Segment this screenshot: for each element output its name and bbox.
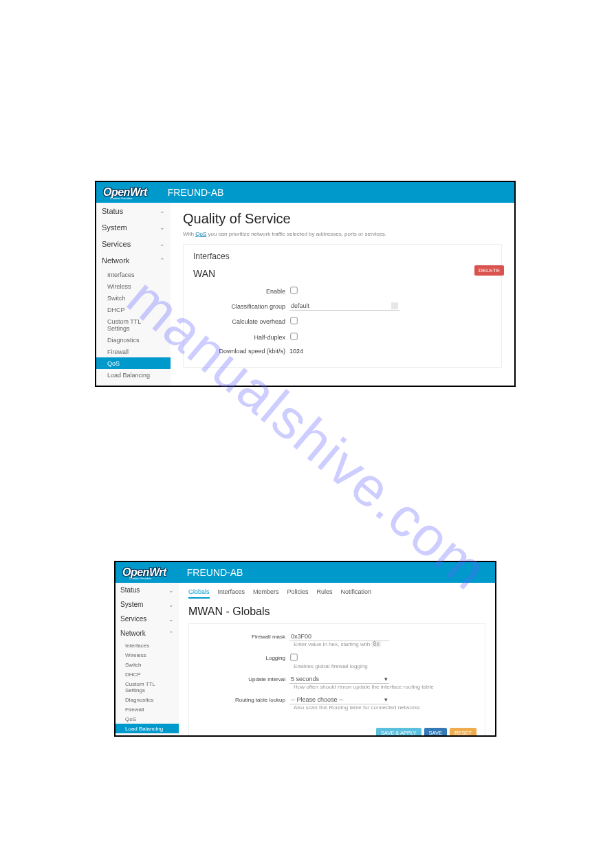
- routing-lookup-select[interactable]: -- Please choose --▾: [289, 695, 389, 704]
- dl-speed-label: Download speed (kbit/s): [193, 348, 289, 355]
- update-interval-help: How often should rtmon update the interf…: [294, 684, 474, 690]
- chevron-down-icon: ⌄: [160, 241, 165, 247]
- subnav-firewall[interactable]: Firewall: [96, 346, 171, 357]
- topbar: OpenWrt Wireless Freedom FREUND-AB: [96, 182, 514, 203]
- tab-members[interactable]: Members: [253, 588, 279, 599]
- panel-title: Interfaces: [193, 252, 492, 261]
- subnav-custom-ttl[interactable]: Custom TTL Settings: [96, 315, 171, 334]
- tab-interfaces[interactable]: Interfaces: [218, 588, 245, 599]
- half-duplex-checkbox[interactable]: [290, 333, 297, 340]
- subnav-load-balancing[interactable]: Load Balancing: [96, 369, 171, 381]
- chevron-down-icon: ⌄: [168, 601, 174, 608]
- nav-network[interactable]: Network⌃: [116, 626, 179, 641]
- hostname: FREUND-AB: [187, 567, 243, 578]
- screenshot-mwan: OpenWrt Wireless Freedom FREUND-AB Statu…: [114, 561, 496, 737]
- logout-button[interactable]: Logout: [96, 381, 171, 387]
- firewall-mask-input[interactable]: 0x3F00: [289, 632, 389, 641]
- nav-system[interactable]: System⌄: [116, 597, 179, 612]
- nav-services[interactable]: Services⌄: [116, 612, 179, 626]
- update-interval-label: Update interval: [200, 676, 289, 682]
- logging-label: Logging: [200, 655, 289, 661]
- subnav-qos[interactable]: QoS: [116, 714, 179, 724]
- subnav-diagnostics[interactable]: Diagnostics: [96, 334, 171, 346]
- tab-globals[interactable]: Globals: [188, 588, 210, 599]
- firewall-mask-help: Enter value in hex, starting with 0x: [294, 641, 474, 647]
- update-interval-select[interactable]: 5 seconds▾: [289, 675, 389, 684]
- half-duplex-row: Half-duplex: [193, 332, 492, 342]
- tab-policies[interactable]: Policies: [287, 588, 309, 599]
- page-title: Quality of Service: [183, 211, 502, 227]
- nav-status[interactable]: Status⌄: [116, 583, 179, 597]
- subnav-dhcp[interactable]: DHCP: [116, 669, 179, 679]
- routing-lookup-label: Routing table lookup: [200, 697, 289, 703]
- enable-checkbox[interactable]: [290, 287, 297, 293]
- brand-logo: OpenWrt Wireless Freedom: [122, 566, 166, 579]
- routing-lookup-help: Also scan this Routing table for connect…: [294, 704, 474, 711]
- nav-services[interactable]: Services⌄: [96, 236, 171, 252]
- tabs: Globals Interfaces Members Policies Rule…: [188, 588, 485, 599]
- reset-button[interactable]: RESET: [450, 728, 476, 735]
- logout-button[interactable]: Logout: [116, 733, 179, 737]
- enable-label: Enable: [193, 288, 289, 295]
- tab-rules[interactable]: Rules: [317, 588, 333, 599]
- routing-lookup-row: Routing table lookup -- Please choose --…: [200, 695, 474, 704]
- delete-button[interactable]: DELETE: [474, 265, 504, 276]
- subnav-qos[interactable]: QoS: [96, 357, 171, 369]
- screenshot-qos: OpenWrt Wireless Freedom FREUND-AB Statu…: [95, 181, 516, 387]
- dl-speed-value: 1024: [289, 348, 492, 355]
- class-group-select[interactable]: default: [289, 302, 399, 311]
- sidebar: Status⌄ System⌄ Services⌄ Network⌃ Inter…: [96, 203, 171, 386]
- firewall-mask-label: Firewall mask: [200, 634, 289, 640]
- wan-section-title: WAN: [193, 268, 492, 279]
- page-description: With QoS you can prioritize network traf…: [183, 231, 502, 237]
- hostname: FREUND-AB: [168, 187, 224, 198]
- chevron-up-icon: ⌃: [168, 630, 174, 637]
- dropdown-icon: ▾: [384, 676, 388, 682]
- subnav-firewall[interactable]: Firewall: [116, 704, 179, 714]
- subnav-load-balancing[interactable]: Load Balancing: [116, 724, 179, 733]
- subnav-switch[interactable]: Switch: [96, 292, 171, 304]
- chevron-down-icon: ⌄: [168, 587, 174, 594]
- brand-logo: OpenWrt Wireless Freedom: [103, 186, 147, 199]
- calc-overhead-checkbox[interactable]: [290, 317, 297, 324]
- subnav-wireless[interactable]: Wireless: [96, 280, 171, 292]
- main-content: Globals Interfaces Members Policies Rule…: [179, 583, 495, 735]
- logging-help: Enables global firewall logging: [294, 663, 474, 669]
- nav-network[interactable]: Network⌃: [96, 252, 171, 269]
- half-duplex-label: Half-duplex: [193, 334, 289, 341]
- logging-checkbox[interactable]: [290, 654, 297, 660]
- subnav-wireless[interactable]: Wireless: [116, 650, 179, 660]
- calc-overhead-row: Calculate overhead: [193, 316, 492, 326]
- nav-system[interactable]: System⌄: [96, 219, 171, 236]
- chevron-down-icon: ⌄: [160, 224, 165, 231]
- chevron-down-icon: ⌄: [160, 208, 165, 214]
- subnav-switch[interactable]: Switch: [116, 660, 179, 669]
- logging-row: Logging: [200, 653, 474, 663]
- dropdown-icon: [391, 302, 398, 309]
- dropdown-icon: ▾: [384, 696, 388, 703]
- subnav-diagnostics[interactable]: Diagnostics: [116, 695, 179, 704]
- firewall-mask-row: Firewall mask 0x3F00: [200, 632, 474, 641]
- subnav-dhcp[interactable]: DHCP: [96, 304, 171, 315]
- chevron-up-icon: ⌃: [160, 257, 165, 264]
- subnav-custom-ttl[interactable]: Custom TTL Settings: [116, 679, 179, 695]
- qos-link[interactable]: QoS: [195, 231, 206, 237]
- page-title: MWAN - Globals: [188, 605, 485, 618]
- update-interval-row: Update interval 5 seconds▾: [200, 675, 474, 684]
- subnav-interfaces[interactable]: Interfaces: [116, 641, 179, 650]
- class-group-label: Classification group: [193, 303, 289, 310]
- subnav-interfaces[interactable]: Interfaces: [96, 269, 171, 280]
- sidebar: Status⌄ System⌄ Services⌄ Network⌃ Inter…: [116, 583, 179, 735]
- save-apply-button[interactable]: SAVE & APPLY: [376, 728, 421, 735]
- save-button[interactable]: SAVE: [424, 728, 447, 735]
- dl-speed-row: Download speed (kbit/s) 1024: [193, 348, 492, 355]
- nav-status[interactable]: Status⌄: [96, 203, 171, 219]
- action-buttons: SAVE & APPLY SAVE RESET: [376, 728, 476, 735]
- topbar: OpenWrt Wireless Freedom FREUND-AB: [116, 562, 495, 583]
- globals-panel: Firewall mask 0x3F00 Enter value in hex,…: [188, 623, 485, 735]
- enable-row: Enable: [193, 286, 492, 296]
- interfaces-panel: Interfaces DELETE WAN Enable Classificat…: [183, 244, 502, 368]
- tab-notification[interactable]: Notification: [341, 588, 372, 599]
- chevron-down-icon: ⌄: [168, 616, 174, 623]
- main-content: Quality of Service With QoS you can prio…: [171, 203, 514, 386]
